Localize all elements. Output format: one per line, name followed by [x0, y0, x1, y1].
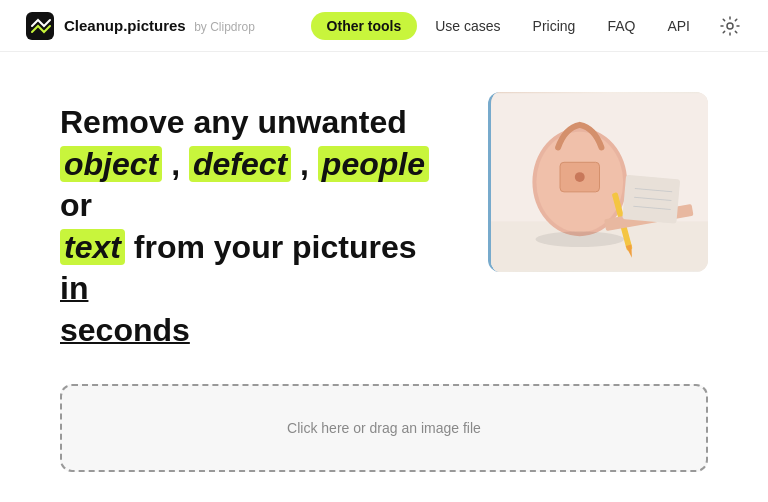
bag-scene-illustration — [491, 92, 708, 272]
hero-text: Remove any unwanted object , defect , pe… — [60, 92, 448, 352]
hero-line1: Remove any unwanted — [60, 104, 407, 140]
hero-in: in — [60, 270, 88, 306]
dropzone-label: Click here or drag an image file — [287, 420, 481, 436]
main-content: Remove any unwanted object , defect , pe… — [0, 52, 768, 352]
hero-word-defect: defect — [189, 146, 291, 182]
svg-point-15 — [535, 231, 624, 247]
nav-use-cases[interactable]: Use cases — [421, 12, 514, 40]
nav-other-tools[interactable]: Other tools — [311, 12, 418, 40]
nav-api[interactable]: API — [653, 12, 704, 40]
hero-word-people: people — [318, 146, 429, 182]
hero-sep2: , — [300, 146, 318, 182]
svg-point-1 — [727, 23, 733, 29]
dropzone-container: Click here or drag an image file — [60, 384, 708, 472]
hero-sep1: , — [171, 146, 189, 182]
hero-from: from your pictures — [134, 229, 417, 265]
nav-links: Other tools Use cases Pricing FAQ API — [311, 12, 744, 40]
hero-title: Remove any unwanted object , defect , pe… — [60, 102, 448, 352]
dropzone[interactable]: Click here or drag an image file — [60, 384, 708, 472]
hero-image-inner — [491, 92, 708, 272]
hero-word-object: object — [60, 146, 162, 182]
settings-icon[interactable] — [716, 12, 744, 40]
hero-word-text: text — [60, 229, 125, 265]
svg-point-7 — [575, 172, 585, 182]
logo[interactable]: Cleanup.pictures by Clipdrop — [24, 10, 255, 42]
navbar: Cleanup.pictures by Clipdrop Other tools… — [0, 0, 768, 52]
nav-pricing[interactable]: Pricing — [519, 12, 590, 40]
logo-icon — [24, 10, 56, 42]
hero-or: or — [60, 187, 92, 223]
logo-text: Cleanup.pictures by Clipdrop — [64, 17, 255, 35]
hero-image — [488, 92, 708, 272]
hero-seconds: seconds — [60, 312, 190, 348]
nav-faq[interactable]: FAQ — [593, 12, 649, 40]
